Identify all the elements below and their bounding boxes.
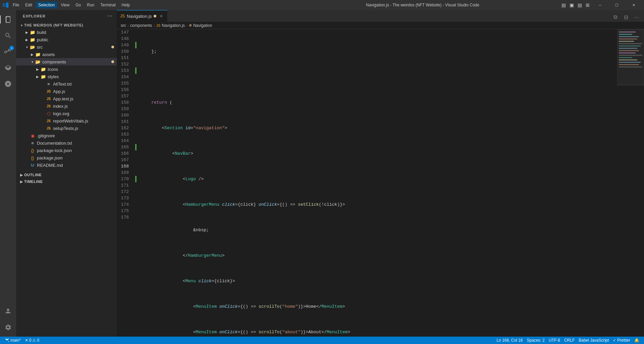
line-num-170: 170 xyxy=(117,176,131,182)
breadcrumb-file[interactable]: Navigation.js xyxy=(162,23,185,28)
outline-section-header[interactable]: ▶ OUTLINE xyxy=(16,171,117,178)
outline-arrow: ▶ xyxy=(19,172,24,178)
activity-search[interactable] xyxy=(0,28,16,44)
gutter-169 xyxy=(133,169,138,176)
error-icon: ✕ xyxy=(25,338,28,343)
activity-run-debug[interactable] xyxy=(0,76,16,92)
tree-item-public[interactable]: ▶ 📁 public xyxy=(16,36,117,43)
gutter xyxy=(133,29,138,337)
warning-icon: ⚠ xyxy=(32,338,36,343)
tree-item-alltext[interactable]: ≡ AllText.txt xyxy=(16,80,117,88)
code-line-148 xyxy=(141,74,617,80)
layout-customize[interactable]: ⊞ xyxy=(584,2,591,8)
line-num-152: 152 xyxy=(117,61,131,67)
menu-go[interactable]: Go xyxy=(73,2,84,8)
tree-item-build[interactable]: ▶ 📁 build xyxy=(16,29,117,36)
editor-more-button[interactable]: ⋯ xyxy=(632,12,641,22)
tree-item-packagejson[interactable]: {} package.json xyxy=(16,154,117,161)
build-label: build xyxy=(37,30,117,35)
line-num-160: 160 xyxy=(117,112,131,118)
breadcrumb-components[interactable]: components xyxy=(130,23,152,28)
status-line-ending[interactable]: CRLF xyxy=(562,337,577,344)
status-notifications[interactable]: 🔔 xyxy=(632,337,641,344)
tab-close-button[interactable]: ✕ xyxy=(158,13,164,19)
svg-file-icon: ⬡ xyxy=(46,110,52,116)
json-file-icon: {} xyxy=(30,147,36,153)
status-line-col[interactable]: Ln 168, Col 16 xyxy=(494,337,525,344)
timeline-section-header[interactable]: ▶ TIMELINE xyxy=(16,178,117,185)
activity-source-control[interactable]: 1 xyxy=(0,44,16,60)
split-editor-button[interactable]: ⧉ xyxy=(610,12,620,22)
sidebar: Explorer ⋯ ▾ THE WEIRDOS (NFT WEBSITE) ▶… xyxy=(16,10,117,337)
code-line-150: <Section id="navigation"> xyxy=(141,125,617,131)
activity-explorer[interactable] xyxy=(0,11,16,28)
status-spaces[interactable]: Spaces: 2 xyxy=(525,337,547,344)
tree-item-setuptests[interactable]: JS setupTests.js xyxy=(16,125,117,132)
tree-item-gitignore[interactable]: ◉ .gitignore xyxy=(16,132,117,139)
menu-view[interactable]: View xyxy=(58,2,72,8)
menu-file[interactable]: File xyxy=(10,2,22,8)
code-editor[interactable]: }; return ( <Section id="navigation"> <N… xyxy=(138,29,617,337)
activity-settings[interactable] xyxy=(0,319,16,335)
tree-item-packagelock[interactable]: {} package-lock.json xyxy=(16,147,117,154)
gutter-149 xyxy=(133,42,138,48)
tree-item-src[interactable]: ▾ 📂 src xyxy=(16,43,117,51)
minimize-button[interactable]: ─ xyxy=(592,0,608,10)
menu-edit[interactable]: Edit xyxy=(22,2,35,8)
minimap[interactable] xyxy=(617,29,644,337)
code-line-152: <Logo /> xyxy=(141,176,617,182)
gutter-175 xyxy=(133,208,138,214)
menu-terminal[interactable]: Terminal xyxy=(98,2,118,8)
layout-editor-toggle[interactable]: ▣ xyxy=(568,2,575,8)
layout-panel-toggle[interactable]: ▤ xyxy=(576,2,583,8)
gutter-172 xyxy=(133,189,138,195)
menu-selection[interactable]: Selection xyxy=(36,2,57,8)
tree-item-appjs[interactable]: JS App.js xyxy=(16,88,117,95)
status-errors[interactable]: ✕ 0 ⚠ 0 xyxy=(23,337,41,344)
tab-js-icon: JS xyxy=(120,14,125,18)
breadcrumb: src › components › JS Navigation.js › ⊕ … xyxy=(117,22,644,29)
layout-sidebar-toggle[interactable]: ▤ xyxy=(560,2,567,8)
line-num-151: 151 xyxy=(117,55,131,61)
maximize-button[interactable]: ☐ xyxy=(609,0,625,10)
tree-item-logosvg[interactable]: ⬡ logo.svg xyxy=(16,110,117,117)
tree-item-documentation[interactable]: ≡ Documentation.txt xyxy=(16,139,117,147)
tree-item-indexjs[interactable]: JS index.js xyxy=(16,102,117,110)
tree-item-assets[interactable]: ▶ 📁 assets xyxy=(16,51,117,58)
line-num-173: 173 xyxy=(117,195,131,201)
src-modified-dot xyxy=(111,46,114,48)
menu-run[interactable]: Run xyxy=(84,2,97,8)
tree-item-reportwebvitals[interactable]: JS reportWebVitals.js xyxy=(16,117,117,125)
components-label: components xyxy=(42,59,111,64)
menu-help[interactable]: Help xyxy=(119,2,133,8)
editor-layout-button[interactable]: ⊟ xyxy=(621,12,631,22)
documentation-label: Documentation.txt xyxy=(37,141,117,146)
tree-item-components[interactable]: ▾ 📂 components xyxy=(16,58,117,65)
tab-navigation-js[interactable]: JS Navigation.js ✕ xyxy=(117,10,167,22)
line-num-176: 176 xyxy=(117,214,131,220)
editor-area: JS Navigation.js ✕ ⧉ ⊟ ⋯ src › component… xyxy=(117,10,644,337)
close-button[interactable]: ✕ xyxy=(626,0,641,10)
tree-item-apptestjs[interactable]: JS App.test.js xyxy=(16,95,117,102)
status-encoding[interactable]: UTF-8 xyxy=(547,337,562,344)
tab-label: Navigation.js xyxy=(127,14,152,19)
status-git-branch[interactable]: main* xyxy=(3,337,23,344)
status-formatter[interactable]: ✓ Prettier xyxy=(611,337,632,344)
status-bar: main* ✕ 0 ⚠ 0 Ln 168, Col 16 Spaces: 2 U… xyxy=(0,337,644,344)
sidebar-more-button[interactable]: ⋯ xyxy=(107,13,113,19)
breadcrumb-src[interactable]: src xyxy=(121,23,126,28)
status-language[interactable]: Babel JavaScript xyxy=(577,337,611,344)
gutter-156 xyxy=(133,87,138,93)
project-root[interactable]: ▾ THE WEIRDOS (NFT WEBSITE) xyxy=(16,22,117,29)
gutter-154 xyxy=(133,74,138,80)
tree-item-icons[interactable]: ▶ 📁 Icons xyxy=(16,65,117,73)
spaces-text: Spaces: 2 xyxy=(527,338,545,343)
line-num-161: 161 xyxy=(117,118,131,125)
tree-item-styles[interactable]: ▶ 📁 styles xyxy=(16,73,117,80)
breadcrumb-function[interactable]: Navigation xyxy=(193,23,212,28)
build-arrow: ▶ xyxy=(24,30,30,35)
gutter-152 xyxy=(133,61,138,67)
tree-item-readme[interactable]: M README.md xyxy=(16,161,117,169)
activity-extensions[interactable] xyxy=(0,60,16,76)
activity-accounts[interactable] xyxy=(0,303,16,319)
